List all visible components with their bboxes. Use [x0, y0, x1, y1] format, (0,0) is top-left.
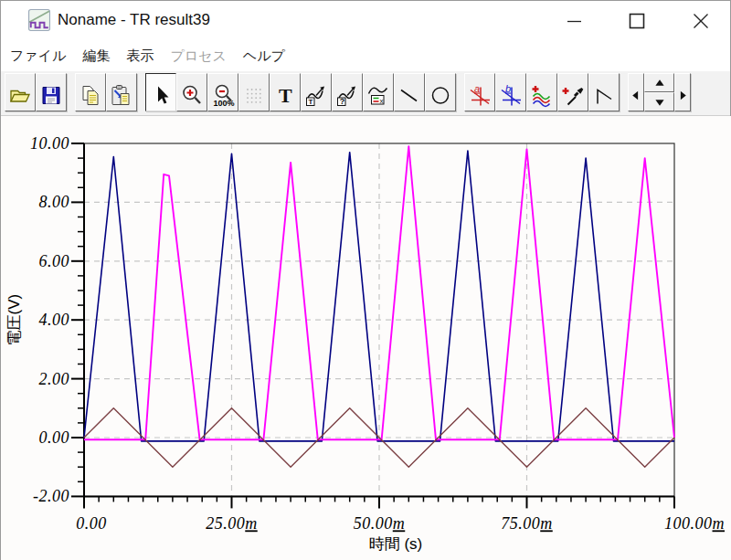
circle-tool-button[interactable] — [425, 73, 456, 111]
y-tick-label: -2.00 — [33, 487, 69, 505]
waveform-app-icon — [28, 9, 50, 31]
save-file-button[interactable] — [36, 73, 67, 111]
minimize-button[interactable] — [554, 3, 596, 39]
text-annotation-button[interactable]: T — [270, 73, 301, 111]
select-arrow-icon — [149, 83, 173, 108]
y-tick-label: 6.00 — [39, 252, 70, 270]
zoom-100-icon: 100% — [211, 83, 235, 108]
scroll-up-button[interactable] — [644, 73, 674, 92]
picker-icon — [561, 83, 585, 108]
nav-right-icon — [676, 83, 689, 108]
svg-text:100%: 100% — [214, 99, 235, 108]
add-curves-button[interactable] — [526, 73, 557, 111]
paste-icon — [110, 83, 133, 108]
x-tick-label: 50.00m — [354, 514, 406, 533]
zoom-in-icon — [180, 83, 204, 108]
y-tick-label: 8.00 — [39, 193, 70, 211]
add-curves-icon — [530, 83, 554, 108]
copy-button[interactable] — [75, 73, 106, 111]
svg-text:?: ? — [340, 97, 345, 106]
toolbar: 100%TT?xab — [1, 71, 730, 116]
angle-tool-button[interactable] — [588, 73, 620, 111]
curve-query-button[interactable]: ? — [332, 73, 363, 111]
app-window: Noname - TR result39 ファイル編集表示プロセスヘルプ 100… — [0, 0, 731, 560]
curve-legend-icon: x — [366, 83, 390, 108]
nav-up-icon — [654, 78, 665, 89]
curve-legend-button[interactable]: x — [363, 73, 394, 111]
scroll-right-button[interactable] — [674, 73, 691, 111]
curve-query-icon: ? — [335, 83, 359, 108]
tr-result-chart[interactable]: 10.008.006.004.002.000.00-2.000.0025.00m… — [1, 116, 731, 560]
x-tick-label: 75.00m — [501, 514, 553, 533]
line-tool-button[interactable] — [394, 73, 425, 111]
y-tick-label: 4.00 — [39, 311, 70, 329]
menu-item-help[interactable]: ヘルプ — [235, 48, 293, 65]
x-tick-label: 100.00m — [664, 514, 725, 533]
scroll-down-button[interactable] — [644, 92, 674, 111]
line-tool-icon — [397, 83, 421, 108]
y-tick-label: 2.00 — [39, 370, 70, 388]
svg-text:a: a — [474, 83, 480, 94]
menu-item-file[interactable]: ファイル — [2, 48, 74, 65]
cursor-a-icon: a — [468, 83, 492, 108]
titlebar: Noname - TR result39 — [1, 1, 730, 41]
scroll-left-button[interactable] — [628, 73, 644, 111]
zoom-in-button[interactable] — [176, 73, 207, 111]
svg-text:b: b — [505, 83, 511, 94]
cursor-b-button[interactable]: b — [495, 73, 526, 111]
copy-icon — [79, 83, 102, 108]
paste-button[interactable] — [106, 73, 137, 111]
menu-item-process: プロセス — [162, 48, 234, 65]
trace-picker-button[interactable] — [557, 73, 588, 111]
zoom-100-button[interactable]: 100% — [207, 73, 238, 111]
menu-item-edit[interactable]: 編集 — [74, 48, 118, 65]
angle-tool-icon — [592, 83, 616, 108]
cursor-a-button[interactable]: a — [464, 73, 495, 111]
folder-open-icon — [8, 83, 32, 108]
scroll-vertical-spinner — [644, 73, 674, 111]
minimize-icon — [565, 11, 585, 31]
cursor-b-icon: b — [499, 83, 523, 108]
window-title: Noname - TR result39 — [58, 11, 210, 29]
curve-label-button[interactable]: T — [301, 73, 332, 111]
x-axis-title: 時間 (s) — [369, 535, 423, 553]
close-icon — [691, 11, 711, 31]
open-file-button[interactable] — [5, 73, 36, 111]
menubar: ファイル編集表示プロセスヘルプ — [1, 41, 730, 71]
nav-left-icon — [630, 83, 642, 108]
select-cursor-button[interactable] — [145, 73, 176, 111]
save-icon — [39, 83, 63, 108]
maximize-button[interactable] — [616, 3, 658, 39]
circle-tool-icon — [429, 83, 452, 108]
y-tick-label: 10.00 — [30, 134, 69, 153]
close-button[interactable] — [680, 3, 722, 39]
svg-text:x: x — [380, 96, 384, 104]
maximize-icon — [627, 11, 647, 31]
svg-text:T: T — [309, 98, 313, 106]
y-tick-label: 0.00 — [39, 428, 70, 447]
grid-dots-icon — [242, 83, 266, 108]
curve-label-icon: T — [304, 83, 328, 108]
x-tick-label: 25.00m — [206, 514, 258, 533]
grid-toggle-button — [238, 73, 270, 111]
svg-text:T: T — [279, 84, 292, 107]
menu-item-view[interactable]: 表示 — [118, 48, 162, 65]
chart-canvas[interactable]: 10.008.006.004.002.000.00-2.000.0025.00m… — [1, 116, 731, 560]
y-axis-title: 電圧(V) — [5, 294, 23, 346]
x-tick-label: 0.00 — [76, 514, 107, 533]
text-tool-icon: T — [273, 83, 297, 108]
nav-down-icon — [654, 97, 665, 108]
